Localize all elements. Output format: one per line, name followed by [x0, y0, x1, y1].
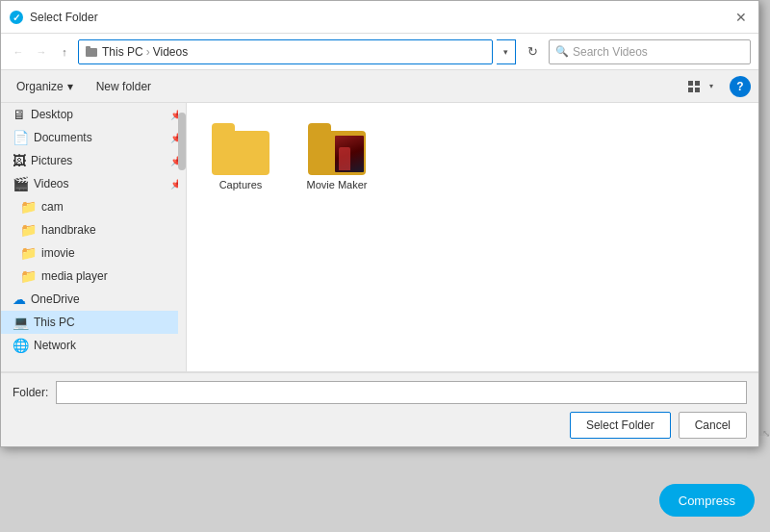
new-folder-label: New folder [96, 80, 151, 93]
bottom-area: Folder: Select Folder Cancel [1, 372, 758, 446]
compress-button[interactable]: Compress [659, 484, 755, 517]
help-button[interactable]: ? [730, 76, 751, 97]
resize-handle[interactable]: ⤡ [762, 428, 770, 436]
desktop-icon: 🖥 [13, 107, 26, 122]
nav-item-cam[interactable]: 📁 cam [1, 195, 186, 218]
search-placeholder-text: Search Videos [573, 45, 648, 59]
address-path[interactable]: This PC › Videos [78, 39, 493, 64]
imovie-folder-icon: 📁 [20, 245, 37, 261]
nav-scrollbar[interactable] [178, 103, 186, 371]
svg-text:✓: ✓ [13, 13, 20, 23]
folder-body-captures [212, 131, 270, 175]
search-icon: 🔍 [555, 45, 569, 58]
movie-maker-overlay [335, 136, 364, 172]
documents-icon: 📄 [13, 130, 29, 145]
folder-field-input[interactable] [56, 381, 747, 404]
folder-tab-movie-maker [308, 123, 331, 131]
captures-folder-label: Captures [219, 179, 263, 190]
svg-rect-2 [86, 48, 97, 57]
folder-field-label: Folder: [13, 386, 48, 399]
path-part-this-pc[interactable]: This PC [102, 45, 143, 59]
pictures-icon: 🖼 [13, 153, 26, 168]
address-bar: ← → ↑ This PC › Videos ▾ ↻ 🔍 Search Vide… [1, 34, 758, 70]
folder-captures[interactable]: Captures [202, 118, 279, 194]
nav-item-pictures-label: Pictures [31, 154, 166, 167]
up-button[interactable]: ↑ [55, 42, 74, 62]
movie-maker-figure [339, 147, 350, 170]
select-folder-button[interactable]: Select Folder [570, 412, 671, 439]
nav-item-pictures[interactable]: 🖼 Pictures 📌 [1, 149, 186, 172]
svg-rect-4 [688, 81, 693, 86]
refresh-button[interactable]: ↻ [520, 39, 545, 64]
file-panel: Captures Movie Maker [187, 103, 758, 371]
this-pc-icon: 💻 [13, 315, 29, 330]
svg-rect-5 [695, 81, 700, 86]
nav-item-desktop-label: Desktop [31, 108, 166, 121]
close-button[interactable]: ✕ [732, 8, 751, 27]
organize-dropdown-icon: ▾ [67, 80, 73, 93]
nav-item-onedrive-label: OneDrive [31, 292, 186, 306]
nav-item-videos[interactable]: 🎬 Videos 📌 [1, 172, 186, 195]
dialog-title: Select Folder [30, 11, 732, 24]
nav-item-cam-label: cam [41, 200, 186, 214]
captures-folder-icon [212, 122, 270, 175]
nav-item-onedrive[interactable]: ☁ OneDrive [1, 288, 186, 311]
nav-item-imovie[interactable]: 📁 imovie [1, 241, 186, 265]
nav-panel: 🖥 Desktop 📌 📄 Documents 📌 🖼 Pictures 📌 🎬 [1, 103, 187, 371]
nav-scroll: 🖥 Desktop 📌 📄 Documents 📌 🖼 Pictures 📌 🎬 [1, 103, 186, 371]
address-dropdown[interactable]: ▾ [497, 39, 516, 64]
folder-movie-maker[interactable]: Movie Maker [298, 118, 375, 194]
movie-maker-folder-icon [308, 122, 366, 175]
organize-button[interactable]: Organize ▾ [9, 75, 81, 98]
nav-item-desktop[interactable]: 🖥 Desktop 📌 [1, 103, 186, 126]
content-area: 🖥 Desktop 📌 📄 Documents 📌 🖼 Pictures 📌 🎬 [1, 103, 758, 372]
nav-item-imovie-label: imovie [41, 246, 186, 260]
back-button[interactable]: ← [9, 42, 28, 62]
app-icon: ✓ [9, 10, 24, 25]
nav-item-videos-label: Videos [34, 177, 166, 190]
nav-item-documents[interactable]: 📄 Documents 📌 [1, 126, 186, 149]
nav-item-handbrake-label: handbrake [41, 223, 186, 237]
path-separator: › [146, 45, 150, 59]
title-bar: ✓ Select Folder ✕ [1, 1, 758, 34]
path-part-videos[interactable]: Videos [153, 45, 188, 59]
onedrive-icon: ☁ [13, 291, 26, 307]
nav-scrollbar-thumb[interactable] [178, 113, 186, 170]
svg-rect-6 [688, 88, 693, 92]
toolbar: Organize ▾ New folder ▾ ? [1, 70, 758, 103]
background-compress-area: Compress [0, 436, 770, 532]
movie-maker-folder-label: Movie Maker [307, 179, 368, 190]
media-player-folder-icon: 📁 [20, 268, 37, 284]
nav-item-media-player[interactable]: 📁 media player [1, 265, 186, 288]
view-dropdown-button[interactable]: ▾ [705, 76, 718, 97]
nav-item-this-pc-label: This PC [34, 316, 186, 329]
view-icons: ▾ [683, 76, 718, 97]
svg-rect-7 [695, 88, 700, 92]
handbrake-folder-icon: 📁 [20, 222, 37, 238]
organize-label: Organize [16, 80, 64, 93]
nav-item-handbrake[interactable]: 📁 handbrake [1, 218, 186, 241]
nav-item-media-player-label: media player [41, 269, 186, 283]
nav-item-network-label: Network [34, 339, 186, 352]
nav-item-this-pc[interactable]: 💻 This PC [1, 311, 186, 334]
new-folder-button[interactable]: New folder [89, 75, 159, 98]
network-icon: 🌐 [13, 338, 29, 353]
folder-tab-captures [212, 123, 235, 131]
button-row: Select Folder Cancel [13, 412, 747, 439]
nav-item-network[interactable]: 🌐 Network [1, 334, 186, 357]
select-folder-dialog: ✓ Select Folder ✕ ← → ↑ This PC › Videos… [0, 0, 759, 447]
svg-rect-3 [86, 46, 90, 49]
cancel-button[interactable]: Cancel [679, 412, 747, 439]
videos-icon: 🎬 [13, 176, 29, 191]
search-box[interactable]: 🔍 Search Videos [549, 39, 751, 64]
view-tiles-button[interactable] [683, 76, 705, 97]
nav-item-documents-label: Documents [34, 131, 166, 144]
cam-folder-icon: 📁 [20, 199, 37, 215]
forward-button[interactable]: → [32, 42, 51, 62]
folder-field-row: Folder: [13, 381, 747, 404]
